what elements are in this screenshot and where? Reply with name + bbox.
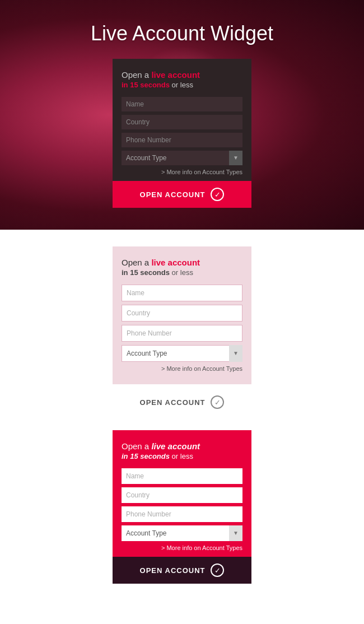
country-field-group-light: [122, 305, 242, 322]
page-title: Live Account Widget: [91, 22, 273, 45]
account-type-select-light[interactable]: Account Type Standard Premium VIP: [122, 345, 242, 362]
country-input[interactable]: [122, 115, 242, 129]
account-type-field-group-light: Account Type Standard Premium VIP: [122, 345, 242, 362]
phone-input[interactable]: [122, 133, 242, 147]
account-type-select-pink[interactable]: Account Type Standard Premium VIP: [122, 525, 242, 541]
open-account-label-pink: OPEN ACCOUNT: [140, 566, 206, 575]
country-input-light[interactable]: [122, 305, 242, 322]
more-info-link-pink[interactable]: > More info on Account Types: [161, 544, 242, 551]
section-pink: Open a live account in 15 seconds or les…: [0, 425, 364, 600]
phone-field-group: [122, 133, 242, 147]
open-account-button-dark[interactable]: OPEN ACCOUNT ✓: [113, 181, 251, 208]
account-type-select[interactable]: Account Type Standard Premium VIP: [122, 151, 242, 165]
more-info-pink: > More info on Account Types: [122, 544, 242, 551]
name-field-group-light: [122, 285, 242, 301]
phone-field-group-light: [122, 325, 242, 342]
widget-dark-subheading: in 15 seconds or less: [122, 81, 242, 89]
widget-dark: Open a live account in 15 seconds or les…: [113, 59, 251, 208]
checkmark-icon-dark: ✓: [211, 188, 224, 201]
country-field-group: [122, 115, 242, 129]
name-input[interactable]: [122, 97, 242, 111]
section-light: Open a live account in 15 seconds or les…: [0, 230, 364, 425]
country-field-group-pink: [122, 487, 242, 503]
phone-field-group-pink: [122, 506, 242, 522]
name-input-pink[interactable]: [122, 468, 242, 484]
more-info-light: > More info on Account Types: [122, 365, 242, 372]
phone-input-light[interactable]: [122, 325, 242, 342]
widget-pink: Open a live account in 15 seconds or les…: [113, 430, 251, 584]
open-account-label-dark: OPEN ACCOUNT: [140, 190, 206, 199]
widget-light-subheading: in 15 seconds or less: [122, 268, 242, 277]
name-input-light[interactable]: [122, 285, 242, 301]
phone-input-pink[interactable]: [122, 506, 242, 522]
widget-light: Open a live account in 15 seconds or les…: [113, 246, 251, 384]
widget-light-heading: Open a live account: [122, 258, 242, 267]
open-account-label-outside: OPEN ACCOUNT: [140, 398, 206, 407]
checkmark-icon-pink: ✓: [211, 564, 224, 577]
section-dark-background: Live Account Widget Open a live account …: [0, 0, 364, 230]
country-input-pink[interactable]: [122, 487, 242, 503]
checkmark-icon-outside: ✓: [211, 395, 224, 409]
widget-dark-heading: Open a live account: [122, 70, 242, 80]
more-info-dark: > More info on Account Types: [122, 169, 242, 175]
open-account-button-pink[interactable]: OPEN ACCOUNT ✓: [113, 557, 251, 584]
widget-pink-subheading: in 15 seconds or less: [122, 452, 242, 460]
name-field-group: [122, 97, 242, 111]
account-type-field-group-pink: Account Type Standard Premium VIP: [122, 525, 242, 541]
open-account-button-outside[interactable]: OPEN ACCOUNT ✓: [113, 391, 251, 413]
more-info-link-light[interactable]: > More info on Account Types: [161, 365, 242, 372]
more-info-link-dark[interactable]: > More info on Account Types: [161, 169, 242, 175]
name-field-group-pink: [122, 468, 242, 484]
widget-pink-heading: Open a live account: [122, 441, 242, 451]
account-type-field-group: Account Type Standard Premium VIP: [122, 151, 242, 165]
